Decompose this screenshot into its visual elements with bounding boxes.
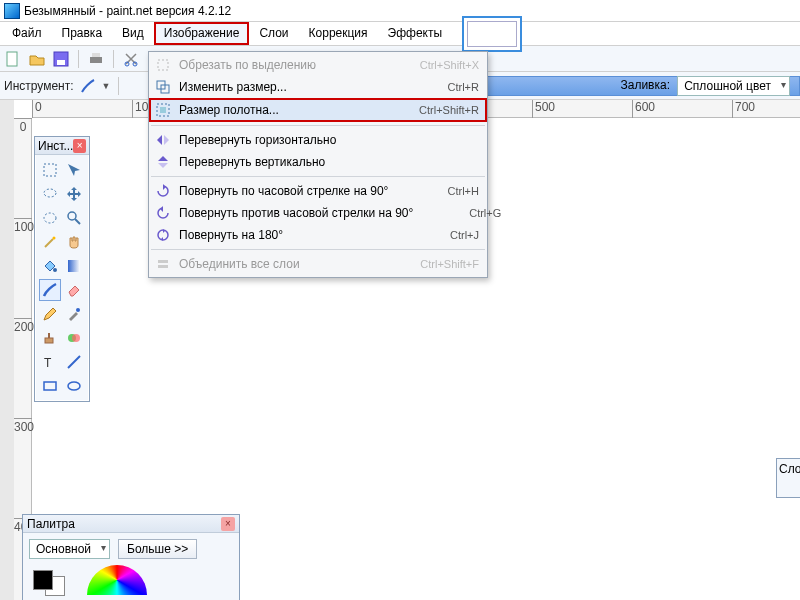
menu-item-shortcut: Ctrl+H <box>399 185 479 197</box>
tool-pencil[interactable] <box>39 303 61 325</box>
tool-magic-wand[interactable] <box>39 231 61 253</box>
tool-rectangle[interactable] <box>39 375 61 397</box>
menu-layers[interactable]: Слои <box>249 22 298 45</box>
menu-item-label: Размер полотна... <box>179 103 391 117</box>
primary-color-swatch[interactable] <box>33 570 53 590</box>
close-icon[interactable]: × <box>73 139 86 153</box>
document-thumbnail[interactable] <box>462 16 522 52</box>
menu-image[interactable]: Изображение <box>154 22 250 45</box>
cut-icon[interactable] <box>122 50 140 68</box>
menu-item-shortcut: Ctrl+Shift+F <box>399 258 479 270</box>
menu-separator <box>151 125 485 126</box>
svg-rect-30 <box>44 382 56 390</box>
ruler-tick: 500 <box>532 100 555 118</box>
tools-panel-title: Инст... <box>38 139 73 153</box>
fill-mode-combo[interactable]: Сплошной цвет <box>677 76 790 96</box>
layers-panel-title: Сло <box>779 462 800 476</box>
color-swatches[interactable] <box>33 570 73 590</box>
menu-item-canvas-size[interactable]: Размер полотна... Ctrl+Shift+R <box>149 98 487 122</box>
menu-item-shortcut: Ctrl+J <box>399 229 479 241</box>
palette-title-bar[interactable]: Палитра × <box>23 515 239 533</box>
print-icon[interactable] <box>87 50 105 68</box>
tool-clone[interactable] <box>39 327 61 349</box>
tool-text[interactable]: T <box>39 351 61 373</box>
tool-recolor[interactable] <box>63 327 85 349</box>
tool-move-pixels[interactable] <box>63 183 85 205</box>
svg-point-20 <box>53 237 56 240</box>
ruler-tick: 300 <box>14 418 32 434</box>
menu-item-label: Перевернуть горизонтально <box>179 133 391 147</box>
tool-rect-select[interactable] <box>39 159 61 181</box>
separator <box>118 77 119 95</box>
tool-bucket[interactable] <box>39 255 61 277</box>
tools-panel: Инст... × T <box>34 136 90 402</box>
svg-point-17 <box>44 213 56 223</box>
menu-item-rotate-ccw[interactable]: Повернуть против часовой стрелки на 90° … <box>149 202 487 224</box>
svg-rect-14 <box>158 265 168 268</box>
menu-edit[interactable]: Правка <box>52 22 113 45</box>
menu-item-flip-horizontal[interactable]: Перевернуть горизонтально <box>149 129 487 151</box>
menu-item-flip-vertical[interactable]: Перевернуть вертикально <box>149 151 487 173</box>
menu-bar: Файл Правка Вид Изображение Слои Коррекц… <box>0 22 800 46</box>
svg-rect-13 <box>158 260 168 263</box>
separator <box>113 50 114 68</box>
svg-rect-24 <box>45 338 53 343</box>
ruler-tick: 0 <box>14 118 32 134</box>
rotate-ccw-icon <box>155 205 171 221</box>
svg-point-21 <box>53 268 57 272</box>
tool-label: Инструмент: <box>4 79 74 93</box>
rotate-180-icon <box>155 227 171 243</box>
tool-zoom[interactable] <box>63 207 85 229</box>
tool-gradient[interactable] <box>63 255 85 277</box>
tool-eraser[interactable] <box>63 279 85 301</box>
menu-file[interactable]: Файл <box>2 22 52 45</box>
tool-move-selection[interactable] <box>63 159 85 181</box>
menu-item-rotate-cw[interactable]: Повернуть по часовой стрелке на 90° Ctrl… <box>149 180 487 202</box>
tool-dropdown-chevron-icon[interactable]: ▼ <box>102 81 111 91</box>
resize-icon <box>155 79 171 95</box>
menu-item-shortcut: Ctrl+Shift+X <box>399 59 479 71</box>
tool-brush[interactable] <box>39 279 61 301</box>
close-icon[interactable]: × <box>221 517 235 531</box>
color-wheel[interactable] <box>87 565 147 595</box>
flip-vertical-icon <box>155 154 171 170</box>
menu-item-shortcut: Ctrl+G <box>421 207 501 219</box>
save-file-icon[interactable] <box>52 50 70 68</box>
svg-rect-0 <box>7 52 17 66</box>
ruler-tick: 600 <box>632 100 655 118</box>
window-title: Безымянный - paint.net версия 4.2.12 <box>24 4 231 18</box>
tool-line[interactable] <box>63 351 85 373</box>
svg-point-23 <box>76 308 80 312</box>
tool-pan[interactable] <box>63 231 85 253</box>
flatten-icon <box>155 256 171 272</box>
new-file-icon[interactable] <box>4 50 22 68</box>
tools-panel-title-bar[interactable]: Инст... × <box>35 137 89 155</box>
menu-correction[interactable]: Коррекция <box>299 22 378 45</box>
menu-effects[interactable]: Эффекты <box>378 22 453 45</box>
brush-tool-icon[interactable] <box>80 78 96 94</box>
menu-item-label: Обрезать по выделению <box>179 58 391 72</box>
flip-horizontal-icon <box>155 132 171 148</box>
tool-lasso[interactable] <box>39 183 61 205</box>
svg-rect-7 <box>158 60 168 70</box>
menu-separator <box>151 249 485 250</box>
menu-item-rotate-180[interactable]: Повернуть на 180° Ctrl+J <box>149 224 487 246</box>
image-menu-dropdown: Обрезать по выделению Ctrl+Shift+X Измен… <box>148 51 488 278</box>
color-mode-combo[interactable]: Основной <box>29 539 110 559</box>
svg-line-29 <box>68 356 80 368</box>
menu-view[interactable]: Вид <box>112 22 154 45</box>
open-file-icon[interactable] <box>28 50 46 68</box>
tool-color-picker[interactable] <box>63 303 85 325</box>
svg-point-16 <box>44 189 56 197</box>
tool-ellipse-select[interactable] <box>39 207 61 229</box>
tool-ellipse[interactable] <box>63 375 85 397</box>
menu-item-resize[interactable]: Изменить размер... Ctrl+R <box>149 76 487 98</box>
svg-point-27 <box>72 334 80 342</box>
svg-rect-3 <box>90 57 102 63</box>
svg-point-31 <box>68 382 80 390</box>
svg-rect-2 <box>57 60 65 65</box>
more-button[interactable]: Больше >> <box>118 539 197 559</box>
palette-panel: Палитра × Основной Больше >> <box>22 514 240 600</box>
layers-panel-peek[interactable]: Сло <box>776 458 800 498</box>
crop-icon <box>155 57 171 73</box>
